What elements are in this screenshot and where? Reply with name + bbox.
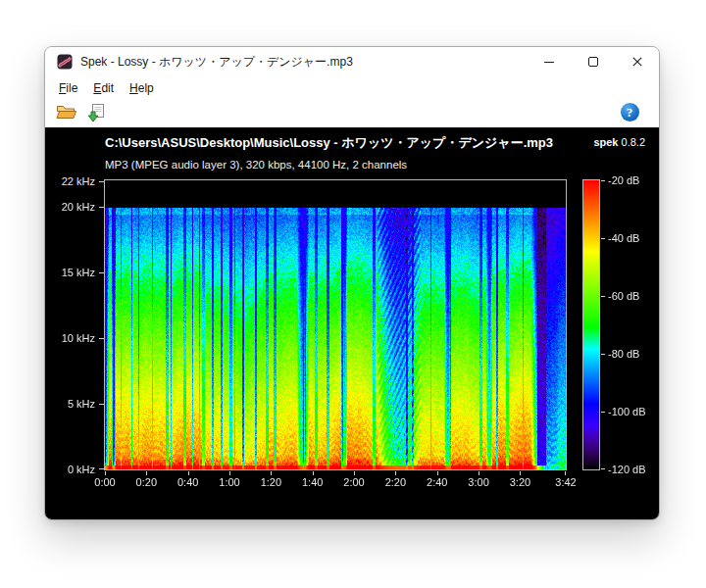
menubar: File Edit Help xyxy=(45,76,659,99)
time-tick-mark xyxy=(229,471,230,475)
time-tick-label: 1:00 xyxy=(208,476,251,488)
time-tick-label: 1:20 xyxy=(249,476,292,488)
freq-tick-label: 20 kHz xyxy=(45,201,95,213)
db-tick-mark xyxy=(601,468,605,469)
db-tick-mark xyxy=(601,412,605,413)
time-tick-label: 0:40 xyxy=(167,476,210,488)
time-tick-label: 0:00 xyxy=(83,476,126,488)
time-tick-mark xyxy=(188,471,189,475)
maximize-button[interactable] xyxy=(571,47,615,76)
time-tick-mark xyxy=(105,471,106,475)
db-tick-mark xyxy=(601,238,605,239)
time-tick-label: 3:00 xyxy=(457,476,500,488)
freq-tick-label: 0 kHz xyxy=(45,464,95,475)
save-button[interactable] xyxy=(82,100,110,125)
time-tick-label: 2:20 xyxy=(374,476,417,488)
app-version: spek 0.8.2 xyxy=(593,136,645,148)
freq-tick-mark xyxy=(99,207,104,208)
db-tick-mark xyxy=(601,180,605,181)
file-path-title: C:\Users\ASUS\Desktop\Music\Lossy - ホワッツ… xyxy=(105,134,553,152)
time-tick-mark xyxy=(479,471,479,475)
freq-tick-label: 5 kHz xyxy=(45,398,95,410)
time-tick-mark xyxy=(313,471,314,475)
db-tick-label: -40 dB xyxy=(608,232,639,244)
minimize-button[interactable] xyxy=(527,47,571,76)
db-scale-bar xyxy=(583,180,599,469)
audio-format-info: MP3 (MPEG audio layer 3), 320 kbps, 4410… xyxy=(105,159,407,171)
freq-tick-label: 10 kHz xyxy=(45,332,95,344)
time-tick-label: 2:00 xyxy=(332,476,376,488)
freq-tick-mark xyxy=(99,468,104,469)
toolbar: ? xyxy=(45,99,659,127)
minimize-icon xyxy=(544,57,554,67)
db-tick-label: -20 dB xyxy=(608,174,639,186)
app-name-label: spek xyxy=(593,136,618,148)
freq-tick-mark xyxy=(99,404,104,405)
desktop: Spek - Lossy - ホワッツ・アップ・デンジャー.mp3 File E… xyxy=(0,0,706,588)
menu-help[interactable]: Help xyxy=(122,78,162,98)
app-icon-bacon xyxy=(57,54,73,70)
window-title: Spek - Lossy - ホワッツ・アップ・デンジャー.mp3 xyxy=(80,54,527,71)
time-tick-label: 3:20 xyxy=(498,476,541,488)
time-tick-label: 0:20 xyxy=(125,476,168,488)
db-tick-label: -100 dB xyxy=(608,406,646,417)
freq-tick-label: 22 kHz xyxy=(45,175,95,187)
menu-edit[interactable]: Edit xyxy=(85,78,122,98)
titlebar[interactable]: Spek - Lossy - ホワッツ・アップ・デンジャー.mp3 xyxy=(45,47,659,76)
open-file-button[interactable] xyxy=(53,100,80,125)
time-tick-mark xyxy=(520,471,521,475)
freq-tick-mark xyxy=(99,181,104,182)
menu-file[interactable]: File xyxy=(51,78,85,98)
version-number: 0.8.2 xyxy=(622,136,645,148)
save-icon xyxy=(86,103,106,122)
db-tick-label: -60 dB xyxy=(608,290,639,302)
time-tick-mark xyxy=(146,471,147,475)
help-icon: ? xyxy=(621,103,639,122)
open-folder-icon xyxy=(56,104,77,121)
db-tick-mark xyxy=(601,354,605,355)
time-tick-label: 2:40 xyxy=(416,476,459,488)
time-tick-label: 3:42 xyxy=(544,476,587,488)
db-tick-label: -80 dB xyxy=(608,348,639,360)
spek-window: Spek - Lossy - ホワッツ・アップ・デンジャー.mp3 File E… xyxy=(44,46,660,520)
time-tick-mark xyxy=(395,471,396,475)
window-controls xyxy=(527,47,659,76)
help-button[interactable]: ? xyxy=(616,100,643,125)
maximize-icon xyxy=(588,57,598,67)
db-tick-label: -120 dB xyxy=(608,464,646,475)
close-button[interactable] xyxy=(615,47,659,76)
time-tick-mark xyxy=(354,471,355,475)
freq-tick-mark xyxy=(99,338,104,339)
time-tick-mark xyxy=(271,471,272,475)
db-tick-mark xyxy=(601,296,605,297)
freq-tick-mark xyxy=(99,272,104,273)
spectrogram-panel: C:\Users\ASUS\Desktop\Music\Lossy - ホワッツ… xyxy=(45,127,659,519)
time-tick-label: 1:40 xyxy=(291,476,334,488)
time-tick-mark xyxy=(565,471,566,475)
spectrogram-canvas xyxy=(105,180,566,469)
freq-tick-label: 15 kHz xyxy=(45,267,95,278)
close-icon xyxy=(632,57,642,67)
time-tick-mark xyxy=(437,471,438,475)
